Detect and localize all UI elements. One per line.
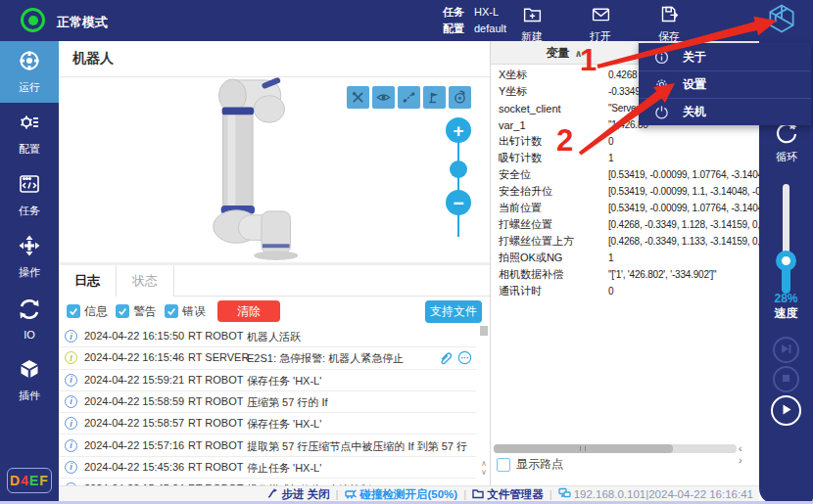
- variable-name: 打螺丝位置: [491, 217, 608, 232]
- new-task-button[interactable]: 新建: [507, 2, 556, 41]
- robot-view-toolbar: [347, 86, 471, 109]
- rotate-view-button[interactable]: [449, 86, 471, 109]
- show-waypoints-checkbox[interactable]: [497, 458, 510, 472]
- info-filter-label: 信息: [84, 303, 108, 320]
- variable-row[interactable]: 打螺丝位置[0.4268, -0.3349, 1.128, -3.14159, …: [491, 216, 760, 233]
- variable-row[interactable]: 吸钉计数1: [491, 150, 760, 166]
- sidebar-item-task[interactable]: 任务: [0, 164, 59, 226]
- h-scrollbar-thumb[interactable]: [494, 444, 673, 453]
- variable-value: 1: [608, 252, 613, 263]
- save-task-button[interactable]: 保存: [645, 2, 693, 41]
- info-level-icon: i: [65, 439, 77, 452]
- tab-status[interactable]: 状态: [117, 265, 174, 297]
- sidebar-item-plugin[interactable]: 插件: [0, 349, 59, 411]
- speed-value: 28%: [759, 292, 813, 305]
- network-status[interactable]: 192.168.0.101|2024-04-22 16:16:41: [558, 487, 753, 501]
- variable-value: [0.53419, -0.00099, 1.1, -3.14048, -0.00: [608, 186, 774, 197]
- log-scroll-arrows[interactable]: ∧∨: [478, 459, 490, 477]
- collision-detection-status[interactable]: 碰撞检测开启(50%): [344, 487, 457, 502]
- warning-checkbox[interactable]: [116, 304, 129, 318]
- support-files-button[interactable]: 支持文件: [425, 300, 482, 323]
- play-button[interactable]: [771, 395, 801, 426]
- variable-row[interactable]: 通讯计时0: [491, 283, 760, 299]
- sidebar-item-io[interactable]: IO: [0, 288, 59, 349]
- variable-row[interactable]: 拍照OK或NG1: [491, 250, 760, 266]
- sidebar-item-config[interactable]: 配置: [0, 103, 59, 164]
- log-entry[interactable]: i 2024-04-22 15:58:57 RT ROBOT 保存任务 'HX-…: [59, 413, 476, 435]
- step-over-button[interactable]: [773, 337, 799, 363]
- sidebar-item-label: 操作: [19, 265, 40, 280]
- play-icon: [780, 402, 792, 420]
- file-manager-link[interactable]: 文件管理器: [472, 487, 544, 502]
- menu-item-about[interactable]: 关于: [639, 43, 811, 70]
- network-icon: [558, 487, 571, 501]
- collapse-icon: ∧: [574, 48, 582, 59]
- log-entry[interactable]: ! 2024-04-22 16:15:46 RT SERVER E2S1: 急停…: [59, 347, 476, 369]
- menu-item-label: 关机: [683, 104, 706, 120]
- log-entry[interactable]: i 2024-04-22 15:58:59 RT ROBOT 压缩第 57 行的…: [59, 391, 476, 413]
- config-label: 配置: [443, 21, 464, 37]
- more-options-icon[interactable]: [457, 350, 472, 365]
- tools-button[interactable]: [347, 86, 369, 109]
- log-entry[interactable]: i 2024-04-22 15:59:21 RT ROBOT 保存任务 'HX-…: [59, 370, 476, 391]
- loop-mode-button[interactable]: 循环: [773, 119, 800, 159]
- zoom-slider-handle[interactable]: [450, 160, 467, 178]
- menu-item-settings[interactable]: 设置: [639, 70, 811, 98]
- task-label: 任务: [443, 4, 464, 21]
- variable-name: 通讯计时: [491, 284, 608, 298]
- variable-row[interactable]: 当前位置[0.53419, -0.00099, 1.07764, -3.1404…: [491, 200, 760, 216]
- variable-row[interactable]: 出钉计数0: [491, 133, 760, 150]
- log-scrollbar-thumb[interactable]: [480, 326, 488, 336]
- task-value: HX-L: [474, 4, 499, 21]
- variables-header-cell[interactable]: 变量 ∧: [491, 41, 639, 65]
- step-mode-status[interactable]: 步进 关闭: [266, 487, 329, 502]
- eye-button[interactable]: [372, 86, 395, 109]
- variable-row[interactable]: 打螺丝位置上方[0.4268, -0.3349, 1.133, -3.14159…: [491, 233, 760, 250]
- error-checkbox[interactable]: [165, 304, 178, 318]
- mode-label: 正常模式: [57, 14, 108, 31]
- log-message: 提取第 57 行压缩节点中被压缩的 If 到第 57 行: [247, 439, 467, 454]
- app-menu-button[interactable]: [763, 2, 800, 39]
- variable-name: 出钉计数: [491, 134, 608, 149]
- log-time: 2024-04-22 15:58:59: [84, 395, 184, 407]
- path-button[interactable]: [398, 86, 420, 109]
- variable-name: Y坐标: [491, 84, 608, 99]
- h-scroll-arrows[interactable]: ‹ ›: [739, 442, 759, 466]
- attachment-icon[interactable]: [438, 350, 453, 365]
- mode-status-icon: [21, 8, 45, 32]
- speed-slider-handle[interactable]: [776, 251, 796, 271]
- save-task-label: 保存: [658, 29, 680, 44]
- sidebar-item-label: 配置: [19, 142, 40, 157]
- open-task-button[interactable]: 打开: [576, 2, 625, 41]
- info-level-icon: i: [65, 417, 77, 430]
- log-entry[interactable]: i 2024-04-22 15:45:24 RT ROBOT 操作模式切换为: …: [59, 479, 476, 485]
- config-value: default: [474, 21, 506, 37]
- open-task-icon: [591, 2, 611, 28]
- log-entry[interactable]: i 2024-04-22 15:45:36 RT ROBOT 停止任务 'HX-…: [59, 457, 476, 479]
- zoom-in-button[interactable]: +: [446, 117, 471, 143]
- clear-log-button[interactable]: 清除: [217, 300, 280, 322]
- sidebar-item-run[interactable]: 运行: [0, 41, 59, 103]
- variable-row[interactable]: 安全抬升位[0.53419, -0.00099, 1.1, -3.14048, …: [491, 183, 760, 200]
- tab-log[interactable]: 日志: [59, 265, 117, 297]
- separator: |: [463, 488, 466, 500]
- robot-3d-render[interactable]: [211, 74, 309, 262]
- info-checkbox[interactable]: [67, 304, 80, 318]
- info-icon: [654, 50, 669, 65]
- zoom-out-button[interactable]: −: [446, 190, 471, 215]
- log-entry[interactable]: i 2024-04-22 16:15:50 RT ROBOT 机器人活跃: [59, 326, 476, 347]
- sidebar-item-operate[interactable]: 操作: [0, 226, 59, 288]
- stop-button[interactable]: [773, 366, 799, 392]
- info-level-icon: i: [65, 374, 77, 387]
- log-entry[interactable]: i 2024-04-22 15:57:16 RT ROBOT 提取第 57 行压…: [59, 435, 476, 457]
- loop-label: 循环: [773, 150, 800, 164]
- separator: |: [335, 488, 338, 500]
- variable-row[interactable]: 安全位[0.53419, -0.00099, 1.07764, -3.14048…: [491, 166, 760, 183]
- variable-row[interactable]: 相机数据补偿"['1', '426.802', '-334.902']": [491, 266, 760, 283]
- variable-name: 拍照OK或NG: [491, 251, 608, 265]
- menu-item-label: 设置: [683, 76, 706, 93]
- menu-item-shutdown[interactable]: 关机: [639, 98, 811, 125]
- status-bar: 步进 关闭 | 碰撞检测开启(50%) | 文件管理器 | 192.168.0.…: [59, 485, 759, 502]
- robot-3d-panel: 机器人 + −: [59, 41, 490, 262]
- flag-button[interactable]: [423, 86, 446, 109]
